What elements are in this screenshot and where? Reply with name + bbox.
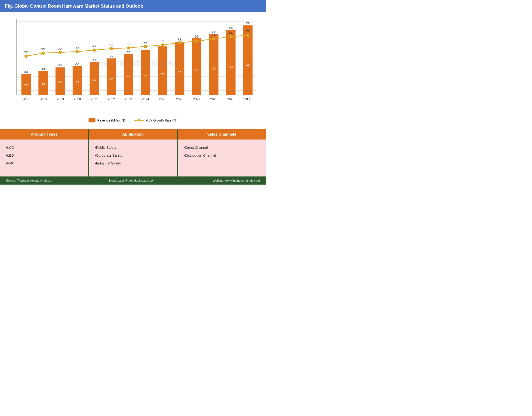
bar-mid-label: XX	[212, 67, 216, 70]
line-label: XX	[58, 47, 62, 50]
line-dot	[127, 46, 130, 49]
bar	[175, 42, 185, 95]
bar-mid-label: XX	[177, 70, 182, 74]
list-item: •Direct Channel	[184, 144, 260, 151]
line-dot	[76, 50, 79, 53]
bar-mid-label: XX	[41, 82, 45, 86]
legend-line-label: Y-oY Growth Rate (%)	[145, 119, 177, 122]
bar-mid-label: XX	[127, 75, 131, 78]
x-axis-label: 2017	[22, 97, 30, 101]
bottom-section: Product Types •LCD•LED•RPC Application •…	[0, 129, 266, 177]
bar-mid-label: XX	[75, 80, 79, 84]
x-axis-label: 2027	[193, 97, 200, 101]
list-item: •Corporate Safety	[95, 152, 171, 159]
application-column: Application •Public Safety•Corporate Saf…	[89, 129, 177, 177]
line-label: XX	[24, 51, 28, 54]
product-types-body: •LCD•LED•RPC	[0, 140, 88, 177]
line-dot	[93, 48, 96, 52]
sales-channels-column: Sales Channels •Direct Channel•Distribut…	[178, 129, 266, 177]
application-body: •Public Safety•Corporate Safety•Industri…	[89, 140, 177, 177]
line-label: XX	[92, 45, 96, 48]
x-axis-label: 2029	[227, 97, 235, 101]
line-dot	[110, 47, 113, 50]
line-label: XX	[229, 31, 233, 35]
line-label: XX	[246, 29, 250, 33]
page-wrapper: Fig. Global Control Room Hardware Market…	[0, 0, 266, 185]
application-header: Application	[89, 129, 177, 140]
bar-mid-label: XX	[246, 63, 250, 66]
line-label: XX	[161, 39, 165, 43]
bar-top-label: XX	[127, 50, 131, 53]
list-item: •Public Safety	[95, 144, 171, 151]
footer-source: Source: Theindustrystats Analysis	[6, 179, 51, 182]
bar-top-label: XX	[246, 21, 250, 25]
x-axis-label: 2028	[210, 97, 217, 101]
bar	[141, 50, 150, 95]
line-dot	[246, 34, 249, 37]
line-label: XX	[41, 47, 45, 51]
bar-mid-label: XX	[144, 74, 148, 77]
bar-mid-label: XX	[161, 72, 165, 75]
bar-mid-label: XX	[229, 65, 233, 68]
line-label: XX	[177, 37, 182, 41]
list-item: •Distribution Channel	[184, 152, 260, 159]
list-item: •RPC	[6, 160, 82, 167]
x-axis-label: 2021	[91, 97, 98, 101]
sales-channels-body: •Direct Channel•Distribution Channel	[178, 140, 266, 177]
bar	[124, 54, 133, 95]
legend-bar-item: Revenue (Million $)	[89, 118, 125, 123]
line-label: XX	[212, 33, 216, 37]
bar-mid-label: XX	[58, 81, 62, 84]
bar	[192, 38, 201, 95]
bar-top-label: XX	[41, 67, 45, 71]
x-axis-label: 2023	[125, 97, 132, 101]
list-item: •LCD	[6, 144, 82, 151]
bar-top-label: XX	[229, 26, 233, 29]
bar-mid-label: XX	[92, 78, 96, 82]
footer: Source: Theindustrystats Analysis Email:…	[0, 177, 266, 185]
line-dot	[161, 43, 164, 47]
bar	[158, 47, 167, 95]
list-item: •LED	[6, 152, 82, 159]
legend-bar-label: Revenue (Million $)	[97, 119, 125, 122]
x-axis-label: 2026	[176, 97, 183, 101]
x-axis-label: 2020	[74, 97, 81, 101]
line-label: XX	[127, 42, 131, 46]
legend-bar-swatch	[89, 118, 96, 123]
line-dot	[59, 51, 62, 54]
bar-top-label: XX	[109, 55, 114, 58]
legend-line-item: Y-oY Growth Rate (%)	[134, 118, 177, 123]
line-dot	[42, 51, 45, 55]
x-axis-label: 2018	[39, 97, 47, 101]
line-dot	[229, 35, 232, 38]
bar-mid-label: XX	[109, 77, 114, 80]
x-axis-label: 2024	[142, 97, 149, 101]
bar-top-label: XX	[24, 70, 28, 74]
line-label: XX	[75, 46, 79, 50]
chart-title: Fig. Global Control Room Hardware Market…	[0, 0, 266, 12]
legend-line-svg	[134, 118, 144, 123]
x-axis-label: 2030	[244, 97, 252, 101]
line-dot	[144, 45, 147, 48]
svg-point-9	[138, 119, 140, 122]
chart-legend: Revenue (Million $) Y-oY Growth Rate (%)	[7, 116, 259, 127]
x-axis-label: 2019	[57, 97, 64, 101]
product-types-column: Product Types •LCD•LED•RPC	[0, 129, 88, 177]
x-axis-label: 2022	[108, 97, 115, 101]
footer-website: Website: www.theindustrystats.com	[213, 179, 260, 182]
footer-email: Email: sales@theindustrystats.com	[108, 179, 155, 182]
product-types-header: Product Types	[0, 129, 88, 140]
line-label: XX	[144, 41, 148, 44]
line-dot	[178, 41, 181, 44]
bar-top-label: XX	[92, 58, 96, 62]
bar-mid-label: XX	[24, 84, 28, 87]
line-label: XX	[195, 36, 199, 39]
sales-channels-header: Sales Channels	[178, 129, 266, 140]
line-dot	[212, 37, 216, 40]
chart-area: The Industry Stats m a r k e t r e s e a…	[0, 12, 266, 129]
line-label: XX	[109, 43, 114, 47]
list-item: •Industrial Safety	[95, 160, 171, 167]
chart-container: The Industry Stats m a r k e t r e s e a…	[7, 17, 259, 116]
bar-mid-label: XX	[195, 68, 199, 72]
line-dot	[25, 55, 28, 58]
